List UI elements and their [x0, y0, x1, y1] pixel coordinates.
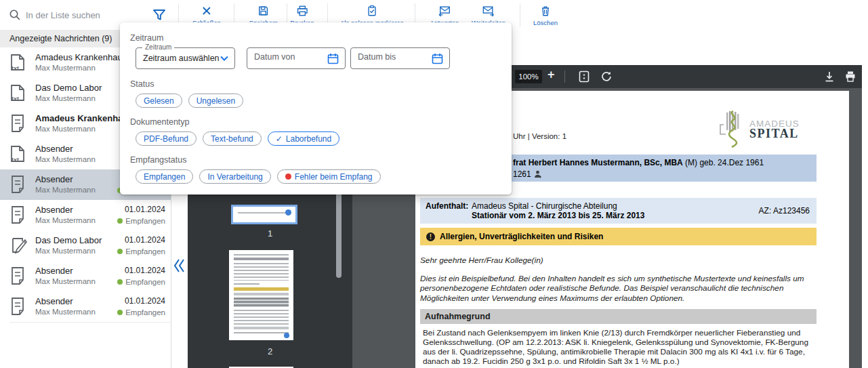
- document-version-line: Uhr | Version: 1: [513, 132, 566, 140]
- rotate-icon[interactable]: [600, 70, 613, 83]
- message-date: 01.01.2024: [125, 266, 165, 275]
- document-greeting: Sehr geehrte Herr/Frau Kollege(in): [420, 255, 543, 265]
- collapse-list-icon[interactable]: [173, 258, 185, 274]
- mark-read-icon: [366, 5, 378, 17]
- chip-ungelesen[interactable]: Ungelesen: [188, 94, 243, 108]
- chip-in-verarbeitung[interactable]: In Verarbeitung: [199, 169, 270, 184]
- message-date: 01.01.2024: [125, 205, 165, 214]
- svg-text:txt: txt: [12, 157, 19, 163]
- status-dot-green: [117, 218, 123, 224]
- pdf-print-icon[interactable]: [844, 70, 856, 83]
- message-status: Empfangen: [117, 278, 165, 286]
- patient-meta: (M) geb. 24.Dez 1961: [683, 158, 764, 167]
- error-dot-icon: [285, 173, 291, 180]
- message-title: Amadeus Krankenhaus: [35, 113, 133, 123]
- date-from-input[interactable]: [254, 52, 322, 62]
- chip-pdf-befund[interactable]: PDF-Befund: [136, 131, 197, 146]
- document-icon: [9, 174, 26, 195]
- calendar-icon[interactable]: [432, 53, 443, 64]
- draft-icon: [9, 235, 28, 255]
- print-icon: [296, 5, 308, 17]
- svg-text:txt: txt: [12, 96, 19, 102]
- message-title: Absender: [35, 296, 73, 306]
- zoom-level[interactable]: 100%: [515, 70, 542, 83]
- section-header: Aufnahmegrund: [420, 309, 817, 324]
- thumbnail-scrollbar[interactable]: [336, 190, 342, 278]
- delete-button[interactable]: Löschen: [533, 5, 558, 26]
- message-title: Amadeus Krankenhaus: [35, 52, 127, 62]
- warning-icon: !: [426, 232, 435, 241]
- reply-icon: [438, 5, 451, 17]
- chevron-down-icon: [220, 56, 228, 61]
- filter-panel: Zeitraum Zeitraum Zeitraum auswählen Sta…: [120, 22, 512, 195]
- document-icon: [9, 266, 26, 286]
- date-to-field[interactable]: [350, 47, 450, 69]
- chip-text-befund[interactable]: Text-befund: [203, 131, 262, 146]
- message-row[interactable]: Absender Max Mustermann 01.01.2024 Empfa…: [0, 261, 171, 291]
- page-thumbnail-1[interactable]: [231, 205, 297, 224]
- filter-icon[interactable]: [152, 7, 167, 22]
- hospital-logo: AMADEUS SPITAL: [718, 108, 820, 150]
- txt-file-icon: txt: [9, 144, 26, 164]
- status-dot-green: [117, 249, 123, 254]
- message-status: Empfangen: [117, 247, 165, 255]
- status-dot-green: [117, 310, 123, 315]
- thumbnail-label: 2: [188, 346, 352, 356]
- message-title: Absender: [35, 266, 73, 276]
- date-from-field[interactable]: [247, 47, 346, 69]
- filter-section-empfangstatus: Empfangstatus: [130, 155, 186, 165]
- document-icon: [9, 205, 26, 225]
- search-input[interactable]: [26, 5, 141, 24]
- filter-section-zeitraum: Zeitraum: [130, 33, 163, 43]
- patient-id: 1261: [513, 169, 531, 179]
- message-sender: Max Mustermann: [35, 94, 96, 102]
- check-icon: ✓: [276, 134, 283, 144]
- allergy-banner: ! Allergien, Unverträglichkeiten und Ris…: [420, 228, 817, 245]
- section-body: Bei Zustand nach Gelenksempyem im linken…: [423, 329, 816, 367]
- message-sender: Max Mustermann: [35, 155, 96, 163]
- document-icon: [9, 113, 26, 134]
- filter-section-status: Status: [130, 79, 154, 89]
- stay-period: Stationär vom 2. März 2013 bis 25. März …: [472, 211, 644, 220]
- message-row[interactable]: Absender Max Mustermann 01.01.2024 Empfa…: [0, 200, 171, 230]
- calendar-icon[interactable]: [327, 53, 339, 64]
- zeitraum-select[interactable]: Zeitraum Zeitraum auswählen: [136, 47, 235, 69]
- svg-text:txt: txt: [12, 65, 19, 72]
- chip-fehler-beim-empfang[interactable]: Fehler beim Empfang: [277, 169, 381, 184]
- document-disclaimer: Dies ist ein Beispielbefund. Bei den Inh…: [420, 274, 808, 303]
- message-sender: Max Mustermann: [35, 308, 96, 316]
- message-date: 01.01.2024: [125, 296, 165, 306]
- save-icon: [257, 5, 270, 17]
- message-sender: Max Mustermann: [35, 64, 96, 72]
- zoom-in-button[interactable]: +: [547, 68, 555, 82]
- delete-icon: [539, 5, 552, 17]
- logo-text-spital: SPITAL: [749, 128, 800, 140]
- forward-icon: [482, 5, 495, 17]
- page-thumbnail-2[interactable]: [229, 250, 293, 340]
- message-title: Absender: [35, 205, 73, 215]
- message-status: Empfangen: [117, 217, 165, 225]
- case-number: AZ: Az123456: [759, 206, 810, 216]
- message-row[interactable]: Absender Max Mustermann 01.01.2024 Empfa…: [0, 291, 171, 322]
- message-title: Das Demo Labor: [35, 235, 102, 245]
- delete-label: Löschen: [533, 19, 558, 26]
- chip-gelesen[interactable]: Gelesen: [136, 94, 182, 108]
- date-to-input[interactable]: [358, 52, 426, 62]
- chip-laborbefund-selected[interactable]: ✓ Laborbefund: [268, 131, 339, 146]
- download-icon[interactable]: [823, 70, 835, 83]
- search-icon: [9, 9, 21, 21]
- person-icon: [534, 170, 542, 178]
- filter-section-dokumententyp: Dokumententyp: [130, 117, 190, 127]
- message-sender: Max Mustermann: [35, 216, 96, 224]
- fit-page-icon[interactable]: [578, 70, 590, 83]
- close-icon: [201, 5, 213, 17]
- message-sender: Max Mustermann: [35, 247, 96, 255]
- message-sender: Max Mustermann: [35, 186, 96, 194]
- status-dot-green: [117, 279, 123, 285]
- chip-empfangen[interactable]: Empfangen: [136, 169, 193, 184]
- toolbar-divider: [520, 3, 520, 26]
- thumbnail-label: 1: [188, 228, 352, 239]
- message-title: Absender: [35, 144, 73, 154]
- message-row[interactable]: Das Demo Labor Max Mustermann 01.01.2024…: [0, 230, 171, 261]
- message-title: Absender: [35, 174, 73, 184]
